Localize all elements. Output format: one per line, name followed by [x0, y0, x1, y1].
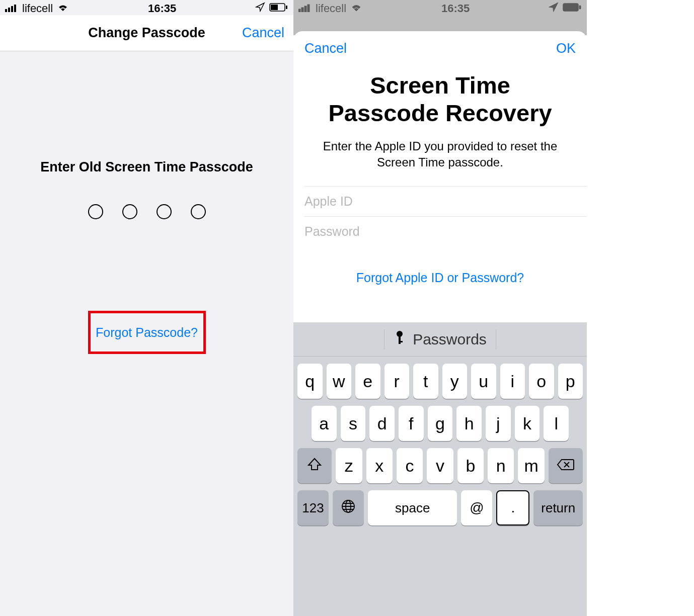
forgot-passcode-highlight: Forgot Passcode? [88, 311, 206, 354]
key-shift[interactable] [297, 448, 332, 483]
key-backspace[interactable] [549, 448, 583, 483]
keyboard-row-3: z x c v b n m [293, 441, 587, 483]
svg-rect-7 [298, 9, 300, 12]
ok-button[interactable]: OK [556, 41, 576, 56]
cellular-signal-icon [5, 2, 18, 15]
key-q[interactable]: q [297, 364, 323, 399]
divider [496, 329, 496, 349]
keyboard: Passwords q w e r t y u i o p [293, 322, 587, 616]
apple-id-placeholder: Apple ID [304, 194, 353, 209]
key-f[interactable]: f [399, 406, 424, 441]
key-t[interactable]: t [413, 364, 438, 399]
keyboard-row-2: a s d f g h j k l [293, 399, 587, 441]
forgot-passcode-link[interactable]: Forgot Passcode? [96, 325, 198, 340]
passwords-suggestion[interactable]: Passwords [394, 330, 487, 348]
svg-rect-9 [304, 6, 306, 12]
key-w[interactable]: w [327, 364, 352, 399]
svg-rect-10 [307, 5, 310, 12]
battery-icon [563, 2, 582, 15]
battery-icon [269, 2, 288, 15]
svg-rect-3 [14, 5, 16, 12]
nav-bar: Change Passcode Cancel [0, 15, 293, 51]
key-h[interactable]: h [456, 406, 482, 441]
key-z[interactable]: z [336, 448, 362, 483]
wifi-icon [57, 2, 69, 15]
location-icon [549, 2, 559, 15]
passcode-input[interactable] [0, 204, 293, 219]
forgot-appleid-link[interactable]: Forgot Apple ID or Password? [293, 271, 587, 285]
keyboard-row-4: 123 space @ . return [293, 483, 587, 531]
svg-rect-13 [579, 6, 581, 9]
key-k[interactable]: k [515, 406, 540, 441]
svg-rect-2 [11, 6, 13, 12]
key-j[interactable]: j [486, 406, 511, 441]
globe-icon [341, 498, 356, 518]
key-b[interactable]: b [457, 448, 484, 483]
key-m[interactable]: m [518, 448, 544, 483]
key-i[interactable]: i [500, 364, 525, 399]
key-l[interactable]: l [544, 406, 569, 441]
key-s[interactable]: s [341, 406, 366, 441]
carrier-label: lifecell [22, 2, 53, 15]
background-dimmed: lifecell 16:35 [293, 0, 587, 35]
key-p[interactable]: p [558, 364, 583, 399]
status-bar: lifecell 16:35 [0, 0, 293, 15]
key-123[interactable]: 123 [297, 490, 329, 525]
cancel-button[interactable]: Cancel [242, 25, 284, 41]
passcode-dot [122, 204, 137, 219]
carrier-label: lifecell [316, 2, 346, 15]
key-at[interactable]: @ [461, 490, 492, 525]
key-r[interactable]: r [384, 364, 410, 399]
sheet-subtitle: Enter the Apple ID you provided to reset… [293, 127, 587, 186]
svg-rect-8 [301, 8, 303, 12]
status-time: 16:35 [148, 2, 176, 15]
wifi-icon [350, 2, 362, 15]
shift-icon [307, 456, 322, 476]
key-space[interactable]: space [368, 490, 457, 525]
svg-rect-12 [564, 5, 571, 10]
screenshot-left: lifecell 16:35 Change Passcode Cancel En… [0, 0, 293, 616]
key-y[interactable]: y [442, 364, 468, 399]
key-globe[interactable] [333, 490, 364, 525]
svg-rect-6 [286, 6, 287, 9]
svg-rect-5 [271, 5, 278, 10]
recovery-sheet: Cancel OK Screen Time Passcode Recovery … [293, 31, 587, 616]
suggestion-label: Passwords [413, 331, 487, 348]
svg-rect-15 [399, 336, 401, 344]
key-u[interactable]: u [471, 364, 496, 399]
password-placeholder: Password [304, 224, 360, 239]
cancel-button[interactable]: Cancel [304, 41, 347, 56]
keyboard-row-1: q w e r t y u i o p [293, 357, 587, 399]
key-a[interactable]: a [312, 406, 337, 441]
key-o[interactable]: o [529, 364, 554, 399]
status-time: 16:35 [441, 2, 470, 15]
sheet-title-line2: Passcode Recovery [328, 100, 552, 126]
sheet-nav: Cancel OK [293, 31, 587, 65]
password-field[interactable]: Password [304, 216, 587, 246]
svg-rect-0 [5, 9, 7, 12]
keyboard-suggestion-bar: Passwords [293, 322, 587, 357]
divider [384, 329, 384, 349]
screenshot-right: lifecell 16:35 [293, 0, 587, 616]
key-x[interactable]: x [366, 448, 393, 483]
key-v[interactable]: v [427, 448, 453, 483]
svg-rect-16 [399, 341, 403, 342]
backspace-icon [557, 456, 575, 476]
location-icon [255, 2, 265, 15]
key-d[interactable]: d [369, 406, 395, 441]
key-n[interactable]: n [488, 448, 514, 483]
page-title: Change Passcode [88, 25, 205, 41]
passcode-dot [88, 204, 103, 219]
cellular-signal-icon [298, 2, 312, 15]
sheet-title-line1: Screen Time [370, 72, 510, 99]
svg-rect-1 [8, 8, 10, 12]
passcode-dot [157, 204, 172, 219]
key-e[interactable]: e [355, 364, 380, 399]
apple-id-field[interactable]: Apple ID [304, 186, 587, 216]
key-c[interactable]: c [397, 448, 423, 483]
key-return[interactable]: return [533, 490, 583, 525]
key-g[interactable]: g [428, 406, 453, 441]
key-dot[interactable]: . [496, 490, 529, 525]
key-icon [394, 330, 406, 348]
status-bar: lifecell 16:35 [293, 0, 587, 15]
